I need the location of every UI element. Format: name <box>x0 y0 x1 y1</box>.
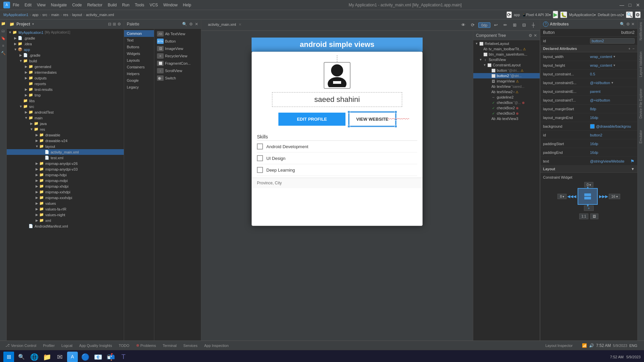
text-flag-icon[interactable]: ⚑ <box>630 159 635 164</box>
palette-item-imageview[interactable]: 🖼 ImageView <box>156 45 200 52</box>
settings-button[interactable]: ⚙ <box>635 11 641 18</box>
tree-test-results[interactable]: ▶📁test-results <box>7 86 124 92</box>
ct-relativelayout[interactable]: ▼ ⬜ RelativeLayout <box>473 41 540 46</box>
tree-main[interactable]: ▼📁main <box>7 115 124 121</box>
ct-textview3[interactable]: ▶ Ab Ab textView3 <box>473 116 540 121</box>
tree-idea[interactable]: ▶📁.idea <box>7 41 124 47</box>
browser-icon[interactable]: 🌐 <box>29 352 40 362</box>
bg-color-swatch[interactable] <box>590 124 595 129</box>
palette-cat-text[interactable]: Text <box>124 37 154 44</box>
file-explorer-icon[interactable]: 📁 <box>42 352 52 362</box>
ct-checkbox3[interactable]: ▶ ✓ checkBox3 ⊗ <box>473 111 540 116</box>
align-tool[interactable]: ⊞ <box>511 21 519 29</box>
constraint-left-dropdown[interactable]: ▾ <box>562 195 564 198</box>
attr-cs-dropdown[interactable]: ▾ <box>611 81 613 84</box>
tree-values[interactable]: ▶📁values <box>7 200 124 206</box>
ct-button[interactable]: ▶ ⬜ button "@stri... ⚠ <box>473 68 540 73</box>
sb-quality[interactable]: App Quality Insights <box>77 341 114 350</box>
sb-logcat[interactable]: Logcat <box>59 341 74 350</box>
palette-cat-common[interactable]: Common <box>124 30 154 37</box>
attr-help-icon[interactable]: ? <box>543 21 548 27</box>
chrome-icon[interactable]: 🔵 <box>80 352 91 362</box>
remove-attr-icon[interactable]: − <box>633 47 635 51</box>
start-button[interactable]: ⊞ <box>3 352 14 362</box>
tree-mipmap-xxxhdpi[interactable]: ▶📁mipmap-xxxhdpi <box>7 195 124 200</box>
device-file-label[interactable]: Device File Explorer <box>638 87 643 120</box>
sb-version-control[interactable]: ⎇ Version Control <box>3 341 38 350</box>
palette-item-switch[interactable]: ⬤○ Switch <box>156 74 200 82</box>
palette-cat-containers[interactable]: Containers <box>124 64 154 70</box>
menu-edit[interactable]: Edit <box>24 3 32 7</box>
bookmarks-icon[interactable]: 🔖 <box>1 36 6 41</box>
sb-profiler[interactable]: Profiler <box>41 341 57 350</box>
ct-close-icon[interactable]: ✕ <box>534 33 537 38</box>
align2-tool[interactable]: ⊟ <box>520 21 528 29</box>
tree-values-night[interactable]: ▶📁values-night <box>7 212 124 218</box>
tree-intermediates[interactable]: ▶📁intermediates <box>7 69 124 75</box>
menu-navigate[interactable]: Navigate <box>51 3 67 7</box>
edit-tool[interactable]: ✏ <box>501 21 509 29</box>
menu-build[interactable]: Build <box>108 3 117 7</box>
show-design-tool[interactable]: 👁 <box>460 21 468 29</box>
tree-tmp[interactable]: ▶📁tmp <box>7 92 124 98</box>
constraint-right-dropdown[interactable]: ▾ <box>616 195 618 198</box>
tree-gradle[interactable]: ▶📄.gradle <box>7 35 124 41</box>
tree-mipmap-26[interactable]: ▶📁mipmap-anydpi-v26 <box>7 161 124 166</box>
layout-section-header[interactable]: Layout ▼ <box>540 166 637 173</box>
refresh-tool[interactable]: ⟳ <box>469 21 477 29</box>
tree-app[interactable]: ▼📦app <box>7 47 124 52</box>
palette-cat-legacy[interactable]: Legacy <box>124 84 154 90</box>
skill-item-2[interactable]: Deep Learning <box>257 164 417 176</box>
palette-cat-layouts[interactable]: Layouts <box>124 57 154 64</box>
collapse-all-icon[interactable]: ⊟ <box>108 22 111 26</box>
tree-mipmap-33[interactable]: ▶📁mipmap-anydpi-v33 <box>7 166 124 172</box>
tree-mipmap-xxhdpi[interactable]: ▶📁mipmap-xxhdpi <box>7 189 124 195</box>
app-dropdown[interactable]: app <box>514 13 520 17</box>
tree-src[interactable]: ▼📁src <box>7 104 124 109</box>
breadcrumb-item-2[interactable]: src <box>42 13 47 17</box>
tree-values-fa[interactable]: ▶📁values-fa-rIR <box>7 206 124 212</box>
resource-manager-icon[interactable]: 🗂 <box>1 28 6 34</box>
menu-view[interactable]: View <box>37 3 46 7</box>
tree-mipmap-hdpi[interactable]: ▶📁mipmap-hdpi <box>7 172 124 178</box>
sb-todo[interactable]: TODO <box>117 341 131 350</box>
palette-close-icon[interactable]: ✕ <box>195 22 198 26</box>
tree-drawable-v24[interactable]: ▶📁drawable-v24 <box>7 138 124 143</box>
ct-constraintlayout[interactable]: ▼ ⬜ ConstraintLayout <box>473 62 540 68</box>
palette-settings-icon[interactable]: ⚙ <box>189 22 193 26</box>
menu-file[interactable]: File <box>13 3 19 7</box>
ct-btn-save[interactable]: ▶ ⬜ btn_main_saveInform... <box>473 52 540 57</box>
search-taskbar[interactable]: 🔍 <box>16 352 27 362</box>
mail-icon[interactable]: ✉ <box>54 352 65 362</box>
tree-activity-main[interactable]: ▶📄activity_main.xml <box>7 149 124 155</box>
layout-expand-icon[interactable]: ▼ <box>631 167 635 171</box>
ct-tv-toolbar[interactable]: ▶ Ab tv_main_toolbarTit... ⚠ <box>473 46 540 52</box>
menu-refactor[interactable]: Refactor <box>87 3 102 7</box>
validation-label[interactable]: Layout Validation <box>638 50 643 78</box>
ct-button2[interactable]: ▶ ⬜ button2 "@stri... <box>473 73 540 78</box>
sb-terminal[interactable]: Terminal <box>161 341 179 350</box>
palette-cat-google[interactable]: Google <box>124 77 154 84</box>
orientation-tool[interactable]: ↩ <box>492 21 500 29</box>
menu-vcs[interactable]: VCS <box>150 3 158 7</box>
close-button[interactable]: ✕ <box>635 2 641 8</box>
skill-item-1[interactable]: UI Design <box>257 153 417 164</box>
edit-profile-button[interactable]: EDIT PROFILE <box>278 113 345 126</box>
attr-search-icon[interactable]: 🔍 <box>620 22 625 26</box>
attr-id-input[interactable] <box>590 38 635 44</box>
sb-problems[interactable]: ⊗ Problems <box>134 341 158 350</box>
attr-close-icon[interactable]: ✕ <box>631 22 635 26</box>
tree-mipmap-xhdpi[interactable]: ▶📁mipmap-xhdpi <box>7 183 124 189</box>
palette-item-fragmentcon[interactable]: ⬜ FragmentCon... <box>156 60 200 67</box>
sb-inspection[interactable]: App Inspection <box>202 341 231 350</box>
project-icon[interactable]: 📁 <box>1 21 6 26</box>
breadcrumb-item-1[interactable]: app <box>32 13 38 17</box>
notification-label[interactable]: Notifications <box>638 21 643 42</box>
menu-window[interactable]: Window <box>163 3 178 7</box>
palette-search-icon[interactable]: 🔍 <box>182 22 187 26</box>
dp-selector[interactable]: 0dp <box>478 22 490 28</box>
tree-myapp[interactable]: ▼ 📁 MyApplication1[My Application1] <box>7 29 124 35</box>
attr-width-dropdown[interactable]: ▾ <box>613 55 615 58</box>
locale-dropdown[interactable]: MyApplication1▾ <box>569 13 596 17</box>
theme-dropdown[interactable]: Default (en-us)▾ <box>598 13 624 17</box>
